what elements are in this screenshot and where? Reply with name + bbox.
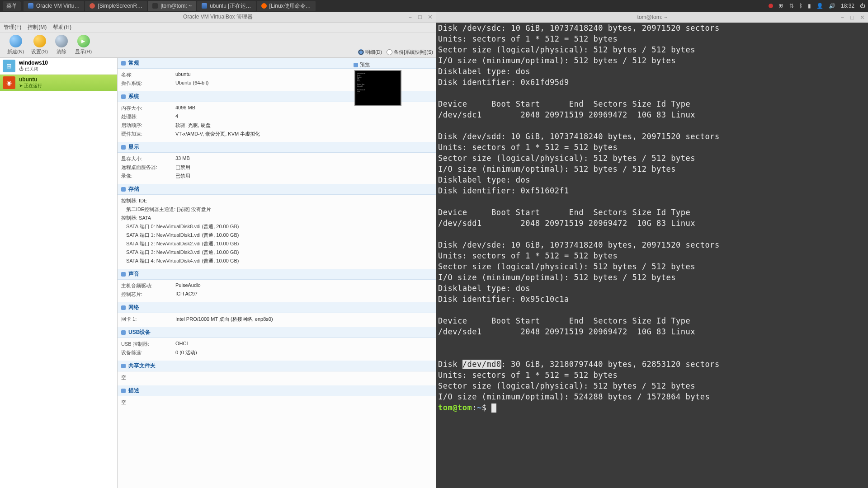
preview-thumbnail[interactable]: Disk /dev/sdc...Units...Sector...I/O...D… bbox=[354, 70, 401, 106]
tray-volume-icon[interactable]: 🔊 bbox=[829, 3, 835, 9]
section: 显示显存大小:33 MB远程桌面服务器:已禁用录像:已禁用 bbox=[118, 142, 436, 184]
section-body: 控制器: IDE 第二IDE控制器主通道: [光驱] 没有盘片控制器: SATA… bbox=[118, 195, 436, 269]
terminal-titlebar[interactable]: tom@tom: ~ － □ ✕ bbox=[436, 12, 868, 23]
prop-key: 处理器: bbox=[121, 113, 175, 120]
prop-val: OHCI bbox=[175, 341, 188, 347]
storage-row: SATA 端口 3: NewVirtualDisk3.vdi (普通, 10.0… bbox=[121, 248, 432, 257]
section: 声音主机音频驱动:PulseAudio控制芯片:ICH AC97 bbox=[118, 269, 436, 302]
snapshot-label: 备份[系统快照](S) bbox=[394, 49, 433, 56]
tray-rec-icon[interactable] bbox=[769, 4, 773, 8]
settings-button[interactable]: 设置(S) bbox=[28, 34, 52, 56]
virtualbox-window: Oracle VM VirtualBox 管理器 － □ ✕ 管理(F)控制(M… bbox=[0, 12, 436, 488]
tray-bt-icon[interactable]: ᛒ bbox=[799, 3, 802, 9]
vm-details[interactable]: 预览 Disk /dev/sdc...Units...Sector...I/O.… bbox=[118, 58, 436, 488]
os-icon: ◉ bbox=[3, 76, 15, 89]
term-close-button[interactable]: ✕ bbox=[859, 14, 865, 20]
task-label: Oracle VM Virtu… bbox=[36, 3, 80, 9]
section-header[interactable]: 网络 bbox=[118, 302, 436, 313]
menu-item[interactable]: 控制(M) bbox=[28, 23, 47, 31]
prop-val: 4 bbox=[175, 113, 178, 120]
new-vm-button[interactable]: 新建(N) bbox=[4, 34, 28, 56]
maximize-button[interactable]: □ bbox=[417, 14, 423, 20]
terminal-output[interactable]: Disk /dev/sdc: 10 GiB, 10737418240 bytes… bbox=[436, 23, 868, 488]
section: 网络网卡 1:Intel PRO/1000 MT 桌面 (桥接网络, enp8s… bbox=[118, 302, 436, 327]
tray-shield-icon[interactable]: ⛨ bbox=[778, 3, 784, 9]
prop-key: 启动顺序: bbox=[121, 122, 175, 129]
term-maximize-button[interactable]: □ bbox=[849, 14, 855, 20]
prop-val: ICH AC97 bbox=[175, 291, 198, 298]
section-header[interactable]: 描述 bbox=[118, 385, 436, 396]
section-header[interactable]: 显示 bbox=[118, 142, 436, 153]
discard-icon bbox=[55, 35, 68, 47]
prop-key: 硬件加速: bbox=[121, 131, 175, 137]
taskbar-item[interactable]: ubuntu [正在运… bbox=[197, 1, 255, 11]
menu-item[interactable]: 帮助(H) bbox=[53, 23, 71, 31]
prop-val: 软驱, 光驱, 硬盘 bbox=[175, 122, 211, 129]
preview-label: 预览 bbox=[360, 61, 370, 68]
vbox-titlebar[interactable]: Oracle VM VirtualBox 管理器 － □ ✕ bbox=[0, 12, 436, 23]
prop-key: USB 控制器: bbox=[121, 341, 175, 347]
show-button[interactable]: 显示(H) bbox=[71, 34, 95, 56]
section-body: 网卡 1:Intel PRO/1000 MT 桌面 (桥接网络, enp8s0) bbox=[118, 313, 436, 327]
vm-item[interactable]: ⊞windows10⏻ 已关闭 bbox=[0, 58, 117, 75]
preview-icon bbox=[354, 63, 358, 67]
storage-row: SATA 端口 2: NewVirtualDisk2.vdi (普通, 10.0… bbox=[121, 239, 432, 248]
snapshot-radio[interactable] bbox=[387, 49, 392, 55]
prop-key: 显存大小: bbox=[121, 155, 175, 162]
taskbar: Oracle VM Virtu…[SimpleScreenR…|tom@tom:… bbox=[24, 1, 769, 11]
tray-user-icon[interactable]: 👤 bbox=[816, 3, 823, 9]
section-header[interactable]: 声音 bbox=[118, 269, 436, 280]
show-label: 显示(H) bbox=[75, 48, 92, 55]
clock[interactable]: 18:32 bbox=[841, 3, 854, 9]
task-icon bbox=[28, 3, 33, 9]
new-icon bbox=[9, 35, 22, 47]
close-button[interactable]: ✕ bbox=[427, 14, 433, 20]
prop-val: Intel PRO/1000 MT 桌面 (桥接网络, enp8s0) bbox=[175, 316, 273, 323]
menu-label: 菜单 bbox=[6, 3, 17, 9]
tray-power-icon[interactable]: ⏻ bbox=[860, 3, 865, 9]
vbox-menubar: 管理(F)控制(M)帮助(H) bbox=[0, 23, 436, 33]
vbox-title: Oracle VM VirtualBox 管理器 bbox=[183, 13, 253, 21]
prop-key: 空 bbox=[121, 399, 175, 406]
top-panel: 菜单 Oracle VM Virtu…[SimpleScreenR…|tom@t… bbox=[0, 0, 868, 12]
section-header[interactable]: USB设备 bbox=[118, 327, 436, 338]
desktop: Oracle VM VirtualBox 管理器 － □ ✕ 管理(F)控制(M… bbox=[0, 12, 868, 488]
vm-item[interactable]: ◉ubuntu➤ 正在运行 bbox=[0, 75, 117, 91]
menu-item[interactable]: 管理(F) bbox=[4, 23, 21, 31]
storage-row: SATA 端口 0: NewVirtualDisk8.vdi (普通, 20.0… bbox=[121, 222, 432, 231]
prop-key: 操作系统: bbox=[121, 80, 175, 87]
vbox-toolbar: 新建(N) 设置(S) 清除 显示(H) 明细(D) 备份[系统快照](S) bbox=[0, 33, 436, 58]
prop-key: 内存大小: bbox=[121, 105, 175, 112]
prop-key: 空 bbox=[121, 374, 175, 381]
taskbar-item[interactable]: [Linux使用命令… bbox=[257, 1, 316, 11]
section-header[interactable]: 共享文件夹 bbox=[118, 361, 436, 371]
taskbar-item[interactable]: Oracle VM Virtu… bbox=[24, 1, 84, 11]
section-body: 显存大小:33 MB远程桌面服务器:已禁用录像:已禁用 bbox=[118, 153, 436, 184]
discard-button[interactable]: 清除 bbox=[52, 34, 71, 56]
taskbar-item[interactable]: [SimpleScreenR… bbox=[85, 1, 147, 11]
prop-key: 控制芯片: bbox=[121, 291, 175, 298]
menu-button[interactable]: 菜单 bbox=[3, 1, 21, 11]
settings-label: 设置(S) bbox=[31, 48, 48, 55]
detail-toggle[interactable]: 明细(D) bbox=[358, 49, 382, 56]
storage-row: 控制器: SATA bbox=[121, 214, 432, 222]
prop-val: PulseAudio bbox=[175, 282, 201, 289]
taskbar-item[interactable]: |tom@tom: ~ bbox=[148, 1, 196, 11]
cursor bbox=[491, 404, 496, 413]
section-header[interactable]: 存储 bbox=[118, 184, 436, 195]
prop-val: 已禁用 bbox=[175, 173, 190, 179]
snapshot-toggle[interactable]: 备份[系统快照](S) bbox=[387, 49, 433, 56]
tray-battery-icon[interactable]: ▮ bbox=[808, 3, 811, 9]
term-minimize-button[interactable]: － bbox=[839, 14, 845, 20]
section-body: USB 控制器:OHCI设备筛选:0 (0 活动) bbox=[118, 338, 436, 361]
minimize-button[interactable]: － bbox=[407, 14, 413, 20]
section: 共享文件夹空 bbox=[118, 361, 436, 385]
new-label: 新建(N) bbox=[7, 48, 24, 55]
tray-network-icon[interactable]: ⇅ bbox=[789, 3, 794, 9]
storage-row: SATA 端口 4: NewVirtualDisk4.vdi (普通, 10.0… bbox=[121, 257, 432, 265]
section-body: 空 bbox=[118, 371, 436, 385]
task-icon bbox=[261, 3, 267, 9]
prop-key: 网卡 1: bbox=[121, 316, 175, 323]
storage-row: SATA 端口 1: NewVirtualDisk1.vdi (普通, 10.0… bbox=[121, 231, 432, 239]
detail-radio[interactable] bbox=[358, 49, 364, 55]
